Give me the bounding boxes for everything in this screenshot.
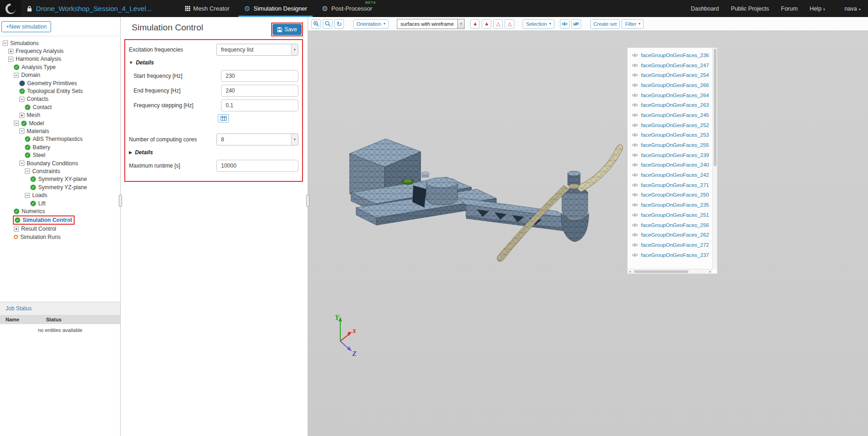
filter-dropdown[interactable]: Filter ▾ (622, 19, 643, 29)
tree-item-symmetry-xy-plane[interactable]: Symmetry XY-plane (0, 175, 120, 183)
render-mode-select[interactable]: surfaces with wireframe ▾ (397, 19, 465, 29)
collapse-icon[interactable] (19, 128, 24, 134)
tree-item-constraints[interactable]: Constraints (0, 167, 120, 175)
face-group-link[interactable]: faceGroupOnGeoFaces_256 (641, 222, 709, 228)
face-group-item[interactable]: faceGroupOnGeoFaces_236 (628, 50, 712, 60)
mesh-view-button-3[interactable]: △ (493, 19, 503, 29)
expand-icon[interactable] (19, 113, 24, 118)
orientation-dropdown[interactable]: Orientation ▾ (353, 19, 389, 29)
face-group-link[interactable]: faceGroupOnGeoFaces_271 (641, 182, 709, 188)
face-group-link[interactable]: faceGroupOnGeoFaces_235 (641, 202, 709, 208)
face-group-link[interactable]: faceGroupOnGeoFaces_242 (641, 172, 709, 178)
excitation-frequencies-select[interactable]: frequency list ▾ (216, 44, 298, 56)
tab-post-processor[interactable]: BETA ⚙ Post-Processor (315, 0, 379, 17)
face-group-link[interactable]: faceGroupOnGeoFaces_236 (641, 52, 709, 58)
selection-dropdown[interactable]: Selection ▾ (523, 19, 554, 29)
end-frequency-input[interactable] (221, 85, 298, 97)
face-group-link[interactable]: faceGroupOnGeoFaces_255 (641, 142, 709, 148)
save-button[interactable]: Save (273, 24, 302, 35)
face-group-item[interactable]: faceGroupOnGeoFaces_247 (628, 60, 712, 70)
mesh-view-button-4[interactable]: △ (505, 19, 514, 29)
face-group-item[interactable]: faceGroupOnGeoFaces_256 (628, 220, 712, 230)
face-group-link[interactable]: faceGroupOnGeoFaces_254 (641, 72, 709, 78)
mesh-view-button-2[interactable]: ▲ (482, 19, 491, 29)
face-group-item[interactable]: faceGroupOnGeoFaces_263 (628, 100, 712, 110)
face-group-item[interactable]: faceGroupOnGeoFaces_250 (628, 190, 712, 200)
zoom-in-button[interactable] (311, 19, 321, 29)
tree-item-abs-thermoplastics[interactable]: ABS Thermoplastics (0, 135, 120, 143)
face-group-item[interactable]: faceGroupOnGeoFaces_242 (628, 170, 712, 180)
tree-item-analysis-type[interactable]: Analysis Type (0, 63, 120, 71)
face-group-item[interactable]: faceGroupOnGeoFaces_253 (628, 130, 712, 140)
tree-item-result-control[interactable]: Result Control (0, 225, 120, 233)
tree-item-steel[interactable]: Steel (0, 151, 120, 159)
collapse-icon[interactable] (25, 169, 30, 174)
user-menu[interactable]: nava▾ (845, 6, 861, 12)
frequency-stepping-input[interactable] (221, 99, 298, 111)
create-set-button[interactable]: Create set (590, 19, 620, 29)
project-title[interactable]: Drone_Workshop_Session_4_Level... (36, 5, 152, 12)
face-group-item[interactable]: faceGroupOnGeoFaces_245 (628, 110, 712, 120)
face-group-link[interactable]: faceGroupOnGeoFaces_239 (641, 152, 709, 158)
face-group-link[interactable]: faceGroupOnGeoFaces_262 (641, 232, 709, 238)
tree-item-model[interactable]: Model (0, 119, 120, 127)
tree-item-frequency-analysis[interactable]: Frequency Analysis (0, 47, 120, 55)
collapse-icon[interactable] (8, 57, 13, 62)
expand-icon[interactable] (8, 49, 13, 54)
face-group-item[interactable]: faceGroupOnGeoFaces_235 (628, 200, 712, 210)
panel-resize-handle[interactable] (306, 195, 309, 207)
zoom-fit-button[interactable] (323, 19, 332, 29)
3d-scene-canvas[interactable] (308, 31, 868, 436)
face-group-link[interactable]: faceGroupOnGeoFaces_252 (641, 122, 709, 128)
face-group-link[interactable]: faceGroupOnGeoFaces_247 (641, 63, 709, 68)
tree-item-contact[interactable]: Contact (0, 103, 120, 111)
tree-item-boundary-conditions[interactable]: Boundary Conditions (0, 159, 120, 167)
collapse-icon[interactable] (19, 161, 24, 166)
nav-help-menu[interactable]: Help▾ (810, 6, 825, 12)
tree-item-harmonic-analysis[interactable]: Harmonic Analysis (0, 55, 120, 63)
tree-item-geometry-primitives[interactable]: Geometry Primitives (0, 79, 120, 87)
collapse-icon[interactable] (3, 41, 8, 46)
scrollbar-thumb[interactable] (714, 49, 717, 166)
tree-item-simulation-control[interactable]: Simulation Control (0, 215, 120, 225)
face-group-link[interactable]: faceGroupOnGeoFaces_253 (641, 132, 709, 138)
details-toggle-expanded[interactable]: ▼ Details (129, 59, 300, 66)
tree-item-materials[interactable]: Materials (0, 127, 120, 135)
face-group-link[interactable]: faceGroupOnGeoFaces_250 (641, 192, 709, 198)
maximum-runtime-input[interactable] (216, 160, 298, 172)
face-group-item[interactable]: faceGroupOnGeoFaces_264 (628, 90, 712, 100)
face-group-link[interactable]: faceGroupOnGeoFaces_263 (641, 102, 709, 108)
tree-item-simulation-runs[interactable]: Simulation Runs (0, 233, 120, 241)
tree-item-mesh[interactable]: Mesh (0, 111, 120, 119)
nav-public-projects[interactable]: Public Projects (731, 6, 769, 12)
start-frequency-input[interactable] (221, 70, 298, 82)
tree-item-domain[interactable]: Domain (0, 71, 120, 79)
face-group-item[interactable]: faceGroupOnGeoFaces_239 (628, 150, 712, 160)
tree-item-numerics[interactable]: Numerics (0, 207, 120, 215)
face-group-item[interactable]: faceGroupOnGeoFaces_272 (628, 240, 712, 250)
tree-item-battery[interactable]: Battery (0, 143, 120, 151)
face-group-item[interactable]: faceGroupOnGeoFaces_237 (628, 250, 712, 260)
sidebar-resize-handle[interactable] (119, 195, 122, 207)
collapse-icon[interactable] (14, 73, 19, 78)
scroll-left-icon[interactable]: ◂ (628, 269, 632, 273)
tree-item-contacts[interactable]: Contacts (0, 95, 120, 103)
simscale-logo-icon[interactable] (0, 0, 21, 17)
face-group-item[interactable]: faceGroupOnGeoFaces_252 (628, 120, 712, 130)
tree-item-symmetry-yz-plane[interactable]: Symmetry YZ-plane (0, 183, 120, 191)
tree-item-simulations[interactable]: Simulations (0, 39, 120, 47)
collapse-icon[interactable] (25, 193, 30, 198)
tree-item-lift[interactable]: Lift (0, 199, 120, 207)
tab-simulation-designer[interactable]: ⚙ Simulation Designer (237, 0, 315, 17)
collapse-icon[interactable] (19, 97, 24, 102)
expand-icon[interactable] (14, 227, 19, 232)
mesh-view-button-1[interactable]: ▲ (470, 19, 480, 29)
face-panel-vertical-scrollbar[interactable] (712, 48, 717, 269)
face-group-item[interactable]: faceGroupOnGeoFaces_240 (628, 160, 712, 170)
refresh-view-button[interactable]: ↻ (334, 19, 344, 29)
face-group-link[interactable]: faceGroupOnGeoFaces_264 (641, 93, 709, 98)
face-group-link[interactable]: faceGroupOnGeoFaces_272 (641, 242, 709, 248)
face-panel-horizontal-scrollbar[interactable]: ◂ ▸ (628, 269, 712, 273)
scroll-right-icon[interactable]: ▸ (708, 269, 712, 273)
face-group-link[interactable]: faceGroupOnGeoFaces_251 (641, 212, 709, 218)
